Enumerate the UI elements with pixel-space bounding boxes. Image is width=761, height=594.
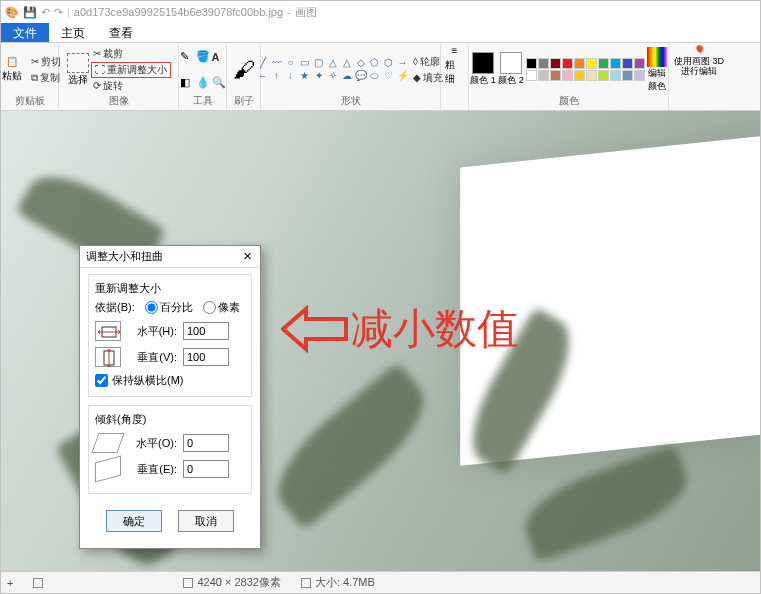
dimensions-icon <box>183 578 193 588</box>
image-dimensions: 4240 × 2832像素 <box>183 575 280 590</box>
copy-icon: ⧉ <box>31 72 38 84</box>
vertical-input[interactable] <box>183 348 229 366</box>
eraser-icon[interactable]: ◧ <box>180 76 194 89</box>
color-palette[interactable] <box>526 58 645 81</box>
group-clipboard: 📋 粘贴 ✂剪切 ⧉复制 剪贴板 <box>1 43 59 110</box>
group-shapes: ╱〰○▭▢△△◇⬠⬡→ ←↑↓★✦✧☁💬⬭♡⚡ ◊轮廓 ◆填充 形状 <box>261 43 441 110</box>
cut-button[interactable]: ✂剪切 <box>29 54 63 70</box>
resize-button[interactable]: ⛶重新调整大小 <box>91 62 171 78</box>
balloon-icon[interactable]: 🎈 <box>694 45 705 55</box>
color2-swatch[interactable] <box>500 52 522 74</box>
group-3d: 🎈 使用画图 3D 进行编辑 <box>669 43 729 110</box>
rotate-button[interactable]: ⟳旋转 <box>91 78 171 94</box>
skew-fieldset: 倾斜(角度) 水平(O): 垂直(E): <box>88 405 252 494</box>
paste-button[interactable]: 📋 粘贴 <box>0 50 27 90</box>
group-tools: ✎ 🪣 A ◧ 💧 🔍 工具 <box>179 43 227 110</box>
color-swatch[interactable] <box>610 70 621 81</box>
annotation-text: 减小数值 <box>351 301 519 357</box>
close-icon[interactable]: ✕ <box>240 250 254 263</box>
tab-view[interactable]: 查看 <box>97 23 145 42</box>
filesize-icon <box>301 578 311 588</box>
color-swatch[interactable] <box>550 70 561 81</box>
titlebar: 🎨 💾 ↶ ↷ | a0d173ce9a99925154b6e39078fc00… <box>1 1 760 23</box>
color-swatch[interactable] <box>538 58 549 69</box>
menubar: 文件 主页 查看 <box>1 23 760 43</box>
crosshair-icon: + <box>7 577 13 589</box>
color-swatch[interactable] <box>538 70 549 81</box>
statusbar: + 4240 × 2832像素 大小: 4.7MB <box>1 571 760 593</box>
tab-file[interactable]: 文件 <box>1 23 49 42</box>
dialog-title: 调整大小和扭曲 <box>86 249 163 264</box>
color-swatch[interactable] <box>610 58 621 69</box>
color-swatch[interactable] <box>634 58 645 69</box>
filename: a0d173ce9a99925154b6e39078fc00bb.jpg <box>74 6 283 18</box>
thickness-icon[interactable]: ≡ <box>452 45 458 56</box>
shapes-gallery[interactable]: ╱〰○▭▢△△◇⬠⬡→ ←↑↓★✦✧☁💬⬭♡⚡ <box>256 57 409 82</box>
save-icon[interactable]: 💾 <box>23 6 37 19</box>
text-icon[interactable]: A <box>212 51 226 63</box>
zoom-icon[interactable]: 🔍 <box>212 76 226 89</box>
selection-icon <box>33 578 43 588</box>
skew-v-input[interactable] <box>183 460 229 478</box>
radio-pixels[interactable]: 像素 <box>203 300 240 315</box>
redo-icon[interactable]: ↷ <box>54 6 63 19</box>
arrow-left-icon <box>281 304 351 354</box>
crop-button[interactable]: ✂裁剪 <box>91 46 171 62</box>
horizontal-input[interactable] <box>183 322 229 340</box>
skew-h-icon <box>91 433 124 453</box>
group-size: ≡ 粗细 <box>441 43 469 110</box>
rainbow-icon <box>647 47 667 67</box>
brush-icon[interactable]: 🖌 <box>233 57 255 83</box>
color-swatch[interactable] <box>526 58 537 69</box>
clipboard-icon: 📋 <box>6 56 18 67</box>
app-icon: 🎨 <box>5 6 19 19</box>
undo-icon[interactable]: ↶ <box>41 6 50 19</box>
vertical-resize-icon <box>95 347 121 367</box>
file-size: 大小: 4.7MB <box>301 575 375 590</box>
skew-h-input[interactable] <box>183 434 229 452</box>
color-swatch[interactable] <box>574 58 585 69</box>
radio-percent[interactable]: 百分比 <box>145 300 193 315</box>
color-swatch[interactable] <box>562 58 573 69</box>
color-swatch[interactable] <box>598 58 609 69</box>
annotation: 减小数值 <box>281 301 519 357</box>
tab-home[interactable]: 主页 <box>49 23 97 42</box>
horizontal-resize-icon <box>95 321 121 341</box>
canvas-area[interactable]: 减小数值 调整大小和扭曲 ✕ 重新调整大小 依据(B): 百分比 像素 <box>1 111 760 571</box>
ok-button[interactable]: 确定 <box>106 510 162 532</box>
ribbon: 📋 粘贴 ✂剪切 ⧉复制 剪贴板 选择 ✂裁剪 ⛶重新调整大小 ⟳ <box>1 43 760 111</box>
keep-ratio-checkbox[interactable] <box>95 374 108 387</box>
resize-dialog: 调整大小和扭曲 ✕ 重新调整大小 依据(B): 百分比 像素 水平(H): <box>79 245 261 549</box>
color-swatch[interactable] <box>550 58 561 69</box>
pencil-icon[interactable]: ✎ <box>180 50 194 63</box>
picker-icon[interactable]: 💧 <box>196 76 210 89</box>
fill2-icon: ◆ <box>413 72 421 83</box>
edit-colors-button[interactable]: 编辑颜色 <box>647 47 667 93</box>
color-swatch[interactable] <box>622 70 633 81</box>
fill-icon[interactable]: 🪣 <box>196 50 210 63</box>
copy-button[interactable]: ⧉复制 <box>29 70 63 86</box>
group-image: 选择 ✂裁剪 ⛶重新调整大小 ⟳旋转 图像 <box>59 43 179 110</box>
group-colors: 颜色 1 颜色 2 编辑颜色 颜色 <box>469 43 669 110</box>
select-button[interactable]: 选择 <box>67 53 89 87</box>
cancel-button[interactable]: 取消 <box>178 510 234 532</box>
outline-button[interactable]: ◊轮廓 <box>411 54 445 70</box>
select-icon <box>67 53 89 73</box>
rotate-icon: ⟳ <box>93 80 101 91</box>
paint-window: 🎨 💾 ↶ ↷ | a0d173ce9a99925154b6e39078fc00… <box>0 0 761 594</box>
color1-swatch[interactable] <box>472 52 494 74</box>
color-swatch[interactable] <box>586 58 597 69</box>
color-swatch[interactable] <box>526 70 537 81</box>
skew-v-icon <box>95 456 121 483</box>
color-swatch[interactable] <box>598 70 609 81</box>
appname: 画图 <box>295 5 317 20</box>
selection-size <box>33 578 43 588</box>
color-swatch[interactable] <box>622 58 633 69</box>
color-swatch[interactable] <box>574 70 585 81</box>
color-swatch[interactable] <box>586 70 597 81</box>
color-swatch[interactable] <box>634 70 645 81</box>
color-swatch[interactable] <box>562 70 573 81</box>
resize-icon: ⛶ <box>95 64 105 75</box>
shape-fill-button[interactable]: ◆填充 <box>411 70 445 86</box>
cursor-pos: + <box>7 577 13 589</box>
